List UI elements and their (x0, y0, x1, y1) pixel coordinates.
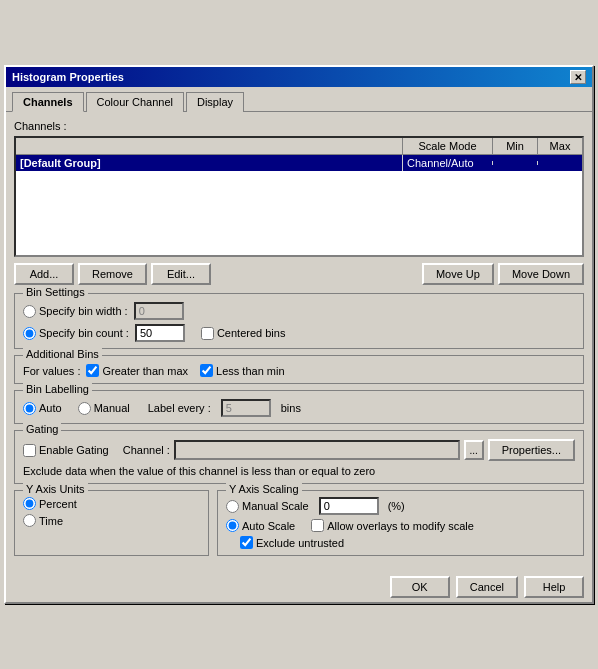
exclude-untrusted-text: Exclude untrusted (256, 537, 344, 549)
tab-display[interactable]: Display (186, 92, 244, 112)
bins-label: bins (281, 402, 301, 414)
bin-width-input[interactable] (134, 302, 184, 320)
bin-count-row: Specify bin count : Centered bins (23, 324, 575, 342)
percent-radio[interactable] (23, 497, 36, 510)
channel-label: Channel : (123, 444, 170, 456)
time-radio[interactable] (23, 514, 36, 527)
for-values-label: For values : (23, 365, 80, 377)
exclude-untrusted-row: Exclude untrusted (240, 536, 575, 549)
less-than-min-text: Less than min (216, 365, 284, 377)
allow-overlays-label[interactable]: Allow overlays to modify scale (311, 519, 474, 532)
auto-scale-radio-label[interactable]: Auto Scale (226, 519, 295, 532)
gating-title: Gating (23, 423, 61, 435)
manual-scale-input[interactable] (319, 497, 379, 515)
channels-body: [Default Group] Channel/Auto (16, 155, 582, 255)
allow-overlays-checkbox[interactable] (311, 519, 324, 532)
bin-labelling-group: Bin Labelling Auto Manual Label every : … (14, 390, 584, 424)
channel-scale: Channel/Auto (402, 155, 492, 171)
bin-width-row: Specify bin width : (23, 302, 575, 320)
cancel-button[interactable]: Cancel (456, 576, 518, 598)
gating-note: Exclude data when the value of this chan… (23, 465, 575, 477)
time-row: Time (23, 514, 200, 527)
bin-width-radio-label[interactable]: Specify bin width : (23, 305, 128, 318)
edit-button[interactable]: Edit... (151, 263, 211, 285)
bin-count-radio-label[interactable]: Specify bin count : (23, 327, 129, 340)
allow-overlays-text: Allow overlays to modify scale (327, 520, 474, 532)
help-button[interactable]: Help (524, 576, 584, 598)
channel-min (492, 161, 537, 165)
percent-row: Percent (23, 497, 200, 510)
gating-channel-browse-button[interactable]: ... (464, 440, 484, 460)
tab-bar: Channels Colour Channel Display (6, 87, 592, 111)
manual-radio[interactable] (78, 402, 91, 415)
move-up-button[interactable]: Move Up (422, 263, 494, 285)
bin-width-radio[interactable] (23, 305, 36, 318)
bin-settings-title: Bin Settings (23, 286, 88, 298)
label-every-label: Label every : (148, 402, 211, 414)
bin-labelling-row: Auto Manual Label every : bins (23, 399, 575, 417)
enable-gating-text: Enable Gating (39, 444, 109, 456)
y-axis-units-title: Y Axis Units (23, 483, 88, 495)
time-text: Time (39, 515, 63, 527)
exclude-untrusted-label[interactable]: Exclude untrusted (240, 536, 344, 549)
ok-button[interactable]: OK (390, 576, 450, 598)
channel-name: [Default Group] (16, 155, 402, 171)
auto-scale-row: Auto Scale Allow overlays to modify scal… (226, 519, 575, 532)
bin-settings-group: Bin Settings Specify bin width : Specify… (14, 293, 584, 349)
axis-section: Y Axis Units Percent Time Y Axis Scaling (14, 490, 584, 562)
move-down-button[interactable]: Move Down (498, 263, 584, 285)
time-radio-label[interactable]: Time (23, 514, 63, 527)
add-button[interactable]: Add... (14, 263, 74, 285)
channels-table-header: Scale Mode Min Max (16, 138, 582, 155)
auto-scale-text: Auto Scale (242, 520, 295, 532)
channels-label: Channels : (14, 120, 584, 132)
percent-radio-label[interactable]: Percent (23, 497, 77, 510)
bin-count-input[interactable] (135, 324, 185, 342)
percent-text: Percent (39, 498, 77, 510)
bin-count-radio[interactable] (23, 327, 36, 340)
channel-max (537, 161, 582, 165)
auto-text: Auto (39, 402, 62, 414)
y-axis-scaling-title: Y Axis Scaling (226, 483, 302, 495)
greater-than-max-checkbox[interactable] (86, 364, 99, 377)
table-row[interactable]: [Default Group] Channel/Auto (16, 155, 582, 171)
header-max: Max (537, 138, 582, 154)
channel-buttons-row: Add... Remove Edit... Move Up Move Down (14, 263, 584, 285)
greater-than-max-label[interactable]: Greater than max (86, 364, 188, 377)
tab-channels[interactable]: Channels (12, 92, 84, 112)
manual-scale-radio[interactable] (226, 500, 239, 513)
centered-bins-checkbox[interactable] (201, 327, 214, 340)
centered-bins-label[interactable]: Centered bins (201, 327, 286, 340)
y-axis-scaling-group: Y Axis Scaling Manual Scale (%) Auto Sca… (217, 490, 584, 556)
bin-labelling-title: Bin Labelling (23, 383, 92, 395)
manual-scale-radio-label[interactable]: Manual Scale (226, 500, 309, 513)
tab-colour-channel[interactable]: Colour Channel (86, 92, 184, 112)
percent-suffix: (%) (388, 500, 405, 512)
centered-bins-text: Centered bins (217, 327, 286, 339)
manual-label[interactable]: Manual (78, 402, 130, 415)
additional-bins-group: Additional Bins For values : Greater tha… (14, 355, 584, 384)
bottom-buttons: OK Cancel Help (6, 570, 592, 602)
additional-bins-row: For values : Greater than max Less than … (23, 364, 575, 377)
title-bar: Histogram Properties ✕ (6, 67, 592, 87)
gating-properties-button[interactable]: Properties... (488, 439, 575, 461)
auto-scale-radio[interactable] (226, 519, 239, 532)
gating-channel-input[interactable] (174, 440, 460, 460)
close-button[interactable]: ✕ (570, 70, 586, 84)
less-than-min-checkbox[interactable] (200, 364, 213, 377)
remove-button[interactable]: Remove (78, 263, 147, 285)
exclude-untrusted-checkbox[interactable] (240, 536, 253, 549)
main-window: Histogram Properties ✕ Channels Colour C… (4, 65, 594, 604)
less-than-min-label[interactable]: Less than min (200, 364, 284, 377)
auto-label[interactable]: Auto (23, 402, 62, 415)
gating-group: Gating Enable Gating Channel : ... Prope… (14, 430, 584, 484)
enable-gating-label[interactable]: Enable Gating (23, 444, 109, 457)
enable-gating-checkbox[interactable] (23, 444, 36, 457)
header-spacer (16, 138, 402, 154)
auto-radio[interactable] (23, 402, 36, 415)
gating-row: Enable Gating Channel : ... Properties..… (23, 439, 575, 461)
tab-content: Channels : Scale Mode Min Max [Default G… (6, 111, 592, 570)
bin-width-label: Specify bin width : (39, 305, 128, 317)
label-every-input[interactable] (221, 399, 271, 417)
greater-than-max-text: Greater than max (102, 365, 188, 377)
